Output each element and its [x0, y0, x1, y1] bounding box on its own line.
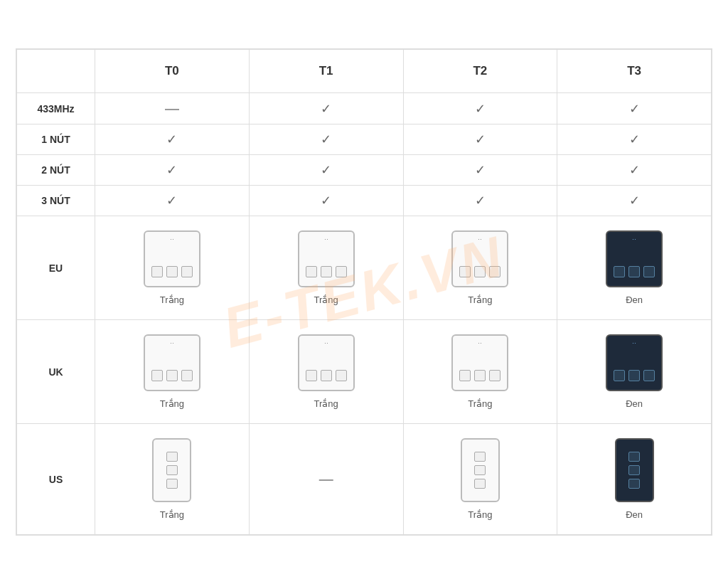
switch-cell-0-t2: ⋅⋅Trắng	[403, 216, 557, 320]
switch-image-uk-white: ⋅⋅Trắng	[255, 334, 397, 409]
switch-cell-2-t0: Trắng	[95, 424, 250, 535]
header-t3: T3	[557, 50, 712, 93]
feature-cell-1-t0: ✓	[95, 124, 250, 155]
header-t2: T2	[403, 50, 557, 93]
header-empty	[17, 50, 95, 93]
switch-image-uk-dark: ⋅⋅Đen	[563, 334, 705, 409]
switch-image-uk-white: ⋅⋅Trắng	[410, 334, 552, 409]
row-label-1: 1 NÚT	[17, 124, 95, 155]
feature-cell-3-t2: ✓	[403, 186, 557, 216]
feature-cell-3-t0: ✓	[95, 186, 250, 216]
feature-cell-3-t1: ✓	[249, 186, 403, 216]
switch-cell-2-t3: Đen	[557, 424, 712, 535]
check-icon: ✓	[475, 102, 486, 116]
check-icon: ✓	[321, 193, 331, 208]
switch-image-uk-white: ⋅⋅Trắng	[101, 334, 243, 409]
check-icon: ✓	[475, 193, 486, 208]
check-icon: ✓	[629, 163, 640, 177]
feature-cell-3-t3: ✓	[557, 186, 712, 216]
switch-image-us-white: Trắng	[101, 438, 243, 520]
check-icon: ✓	[321, 132, 331, 147]
check-icon: ✓	[629, 102, 640, 116]
dash-icon: —	[165, 100, 179, 116]
switch-image-eu-white: ⋅⋅Trắng	[255, 230, 397, 305]
dash-icon: —	[319, 471, 333, 487]
feature-cell-2-t1: ✓	[249, 155, 403, 186]
check-icon: ✓	[321, 163, 331, 177]
switch-cell-0-t3: ⋅⋅Đen	[557, 216, 712, 320]
feature-cell-1-t3: ✓	[557, 124, 712, 155]
switch-cell-2-t1: —	[249, 424, 403, 535]
switch-image-eu-dark: ⋅⋅Đen	[563, 230, 705, 305]
switch-row-label-0: EU	[17, 216, 95, 320]
switch-cell-1-t3: ⋅⋅Đen	[557, 320, 712, 424]
row-label-0: 433MHz	[17, 93, 95, 124]
check-icon: ✓	[166, 193, 177, 208]
switch-cell-2-t2: Trắng	[403, 424, 557, 535]
check-icon: ✓	[166, 163, 177, 177]
feature-cell-0-t0: —	[95, 93, 250, 124]
switch-row-label-2: US	[17, 424, 95, 535]
feature-cell-1-t2: ✓	[403, 124, 557, 155]
feature-cell-0-t2: ✓	[403, 93, 557, 124]
feature-cell-2-t2: ✓	[403, 155, 557, 186]
feature-cell-2-t3: ✓	[557, 155, 712, 186]
check-icon: ✓	[475, 163, 486, 177]
switch-cell-0-t1: ⋅⋅Trắng	[249, 216, 403, 320]
header-t0: T0	[95, 50, 250, 93]
switch-cell-1-t2: ⋅⋅Trắng	[403, 320, 557, 424]
switch-cell-1-t0: ⋅⋅Trắng	[95, 320, 250, 424]
switch-cell-0-t0: ⋅⋅Trắng	[95, 216, 250, 320]
feature-cell-1-t1: ✓	[249, 124, 403, 155]
switch-cell-1-t1: ⋅⋅Trắng	[249, 320, 403, 424]
row-label-2: 2 NÚT	[17, 155, 95, 186]
switch-row-label-1: UK	[17, 320, 95, 424]
check-icon: ✓	[166, 132, 177, 147]
check-icon: ✓	[629, 132, 640, 147]
comparison-table: E-TEK.VN T0 T1 T2 T3 433MHz—✓✓✓1 NÚT✓✓✓✓…	[16, 48, 712, 536]
feature-cell-2-t0: ✓	[95, 155, 250, 186]
row-label-3: 3 NÚT	[17, 186, 95, 216]
feature-cell-0-t1: ✓	[249, 93, 403, 124]
feature-cell-0-t3: ✓	[557, 93, 712, 124]
check-icon: ✓	[321, 102, 331, 116]
header-t1: T1	[249, 50, 403, 93]
switch-image-eu-white: ⋅⋅Trắng	[410, 230, 552, 305]
switch-image-eu-white: ⋅⋅Trắng	[101, 230, 243, 305]
switch-image-us-white: Trắng	[410, 438, 552, 520]
switch-image-us-dark: Đen	[563, 438, 705, 520]
check-icon: ✓	[475, 132, 486, 147]
check-icon: ✓	[629, 193, 640, 208]
